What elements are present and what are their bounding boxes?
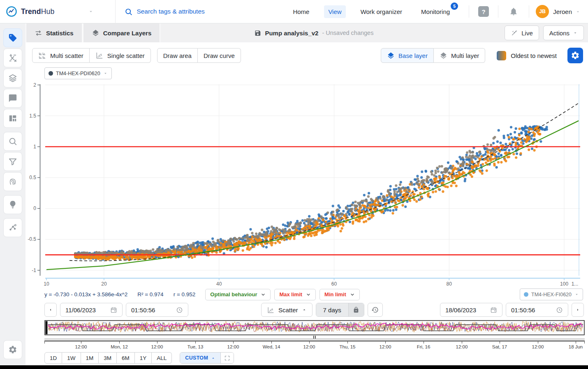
optimal-behaviour-label: Optimal behaviour [210,291,257,298]
multi-scatter-button[interactable]: Multi scatter [32,48,90,63]
scatter-mode-group: Multi scatter Single scatter [32,48,151,63]
min-limit-button[interactable]: Min limit [319,289,360,300]
end-time-value: 01:50:56 [511,307,535,314]
optimal-behaviour-button[interactable]: Optimal behaviour [205,289,271,300]
clock-icon [176,307,183,314]
sidebar-item-comments[interactable] [3,89,22,108]
x-axis-tag-chip[interactable]: TM4-HEX-PDI0620 [44,67,112,79]
max-limit-button[interactable]: Max limit [274,289,316,300]
sidebar-item-settings[interactable] [3,340,22,359]
scrollbar-grip[interactable] [313,336,316,339]
sidebar-item-layers[interactable] [3,69,22,88]
timeline-tick [424,341,424,344]
search-placeholder: Search tags & attributes [137,8,204,15]
user-name[interactable]: Jeroen [553,8,572,15]
timeline-tick [195,341,196,344]
shift-back-button[interactable] [44,303,57,317]
document-title-area: Pump analysis_v2 - Unsaved changes [254,23,373,42]
custom-range-group: CUSTOM [180,352,234,364]
single-scatter-button[interactable]: Single scatter [90,48,151,63]
draw-curve-button[interactable]: Draw curve [198,48,241,63]
chevron-right-icon [575,307,580,312]
left-sidebar [0,23,25,369]
range-button-1w[interactable]: 1W [62,352,81,364]
sidebar-item-tags[interactable] [3,28,22,47]
help-icon[interactable]: ? [478,6,489,17]
sidebar-item-fingerprint[interactable] [3,172,22,191]
range-button-all[interactable]: ALL [152,352,172,364]
notifications-bell-icon[interactable] [509,7,518,16]
timeline-tick [271,341,272,344]
fit-range-button[interactable] [220,353,234,363]
sidebar-item-search[interactable] [3,132,22,151]
timeline-tick-label: Sat, 17 [492,344,507,349]
shift-forward-button[interactable] [572,303,584,317]
compare-layers-button[interactable]: Compare Layers [83,23,161,42]
sidebar-item-filter[interactable] [3,152,22,171]
user-menu-chevron-icon[interactable] [575,9,581,14]
end-date-field[interactable]: 18/06/2023 [440,303,502,317]
draw-area-label: Draw area [163,52,192,59]
start-time-field[interactable]: 01:50:56 [126,303,188,317]
history-button[interactable] [368,303,383,317]
multi-scatter-icon [38,51,46,60]
sidebar-item-recommendations[interactable] [3,195,22,214]
multi-scatter-label: Multi scatter [50,52,83,59]
time-gradient-swatch [497,51,506,60]
nav-work-organizer[interactable]: Work organizer [357,5,406,18]
avatar[interactable]: JB [536,5,549,18]
brand-dropdown-chevron-icon[interactable] [88,9,94,14]
start-date-field[interactable]: 11/06/2023 [60,303,123,317]
base-layer-button[interactable]: Base layer [381,48,434,63]
draw-area-button[interactable]: Draw area [157,48,198,63]
scatter-plot[interactable]: 21.510.50-0.5-110204060801001... [25,82,588,288]
search-icon [8,137,17,146]
nav-monitoring[interactable]: Monitoring 5 [417,5,454,18]
x-tag-label: TM4-HEX-PDI0620 [56,71,100,76]
chart-settings-button[interactable] [567,48,583,63]
duration-lock-button[interactable] [348,303,364,316]
timeline-tick-label: 12:00 [303,344,315,349]
sidebar-item-calculations[interactable] [3,48,22,67]
gradient-label: Oldest to newest [511,52,557,59]
search-input[interactable]: Search tags & attributes [125,8,204,16]
range-button-3m[interactable]: 3M [99,352,117,364]
range-button-1d[interactable]: 1D [44,352,62,364]
range-button-1m[interactable]: 1M [81,352,99,364]
sidebar-item-dashboard[interactable] [3,109,22,128]
chart-type-dropdown[interactable]: Scatter [261,303,313,317]
chevron-left-icon [48,307,53,312]
context-timeline-strip[interactable] [44,320,585,335]
actions-button[interactable]: Actions [543,25,584,40]
multi-layer-button[interactable]: Multi layer [434,48,485,63]
custom-range-button[interactable]: CUSTOM [180,353,220,363]
timeline-tick-label: Fri, 16 [417,344,431,349]
timeline-tick [309,341,310,344]
nav-home[interactable]: Home [289,5,313,18]
save-icon[interactable] [254,30,261,37]
min-limit-label: Min limit [324,291,346,298]
end-time-field[interactable]: 01:50:56 [506,303,568,317]
nav-monitoring-label: Monitoring [421,8,450,15]
timeline-tick [385,341,386,344]
layers-icon [440,52,447,60]
timeline-tick-label: Wed, 14 [263,344,280,349]
live-button[interactable]: Live [505,25,539,40]
statistics-button[interactable]: Statistics [25,23,83,42]
comment-icon [8,94,17,103]
draw-curve-label: Draw curve [204,52,235,59]
nav-view[interactable]: View [324,5,345,18]
svg-text:80: 80 [447,281,452,287]
y-axis-tag-chip[interactable]: TM4-HEX-FI0620 [520,288,583,300]
dashboard-icon [8,114,17,123]
range-button-1y[interactable]: 1Y [135,352,152,364]
timeline-scrollbar[interactable] [44,336,585,341]
duration-value[interactable]: 7 days [316,303,348,316]
calendar-icon [490,307,497,314]
fingerprint-icon [8,177,17,186]
chart-type-label: Scatter [278,307,298,314]
multi-layer-label: Multi layer [451,52,479,59]
duration-group: 7 days [316,303,364,317]
sidebar-item-context[interactable] [3,218,22,237]
range-button-6m[interactable]: 6M [117,352,135,364]
